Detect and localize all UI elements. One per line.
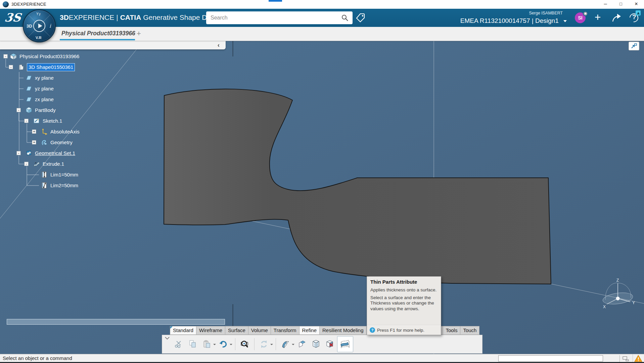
tree-horizontal-scrollbar[interactable] (7, 319, 225, 325)
status-bar: Select an object or a command (0, 354, 644, 363)
tree-row-3d-shape[interactable]: - 3D Shape01550361 (0, 63, 141, 72)
tree-label[interactable]: zx plane (35, 95, 54, 104)
tree-row-sketch[interactable]: - Sketch.1 (0, 117, 141, 125)
command-input[interactable] (498, 355, 603, 362)
tree-label-selected[interactable]: 3D Shape01550361 (27, 64, 75, 71)
warning-triangle-icon (634, 355, 642, 362)
search-icon[interactable] (341, 14, 349, 22)
new-tab-button[interactable]: + (137, 29, 141, 38)
collapse-panel-chevron[interactable]: ‹ (218, 42, 220, 48)
sketch-icon (33, 117, 40, 125)
tab-refine[interactable]: Refine (300, 326, 320, 335)
tab-touch[interactable]: Touch (460, 326, 479, 335)
compass-social-quadrant[interactable]: Yy (36, 12, 41, 16)
tab-volume[interactable]: Volume (248, 326, 271, 335)
tree-row-physical-product[interactable]: - Physical Product03193966 (0, 52, 141, 61)
window-titlebar: 3DEXPERIENCE ─ □ ✕ (0, 0, 644, 9)
tab-tools[interactable]: Tools (443, 326, 460, 335)
update-dropdown-caret[interactable] (270, 344, 273, 347)
standard-toolbar (162, 335, 482, 354)
expand-box[interactable]: - (16, 108, 21, 112)
tooltip-title: Thin Parts Attribute (367, 277, 441, 285)
tab-transform[interactable]: Transform (271, 326, 300, 335)
axis-y-label: Y (632, 300, 635, 305)
warning-button[interactable] (633, 354, 644, 362)
tab-wireframe[interactable]: Wireframe (196, 326, 225, 335)
zoom-area-icon (240, 339, 249, 349)
tree-row-xy-plane[interactable]: xy plane (0, 74, 141, 82)
zoom-area-button[interactable] (238, 336, 252, 352)
limit-icon (41, 171, 48, 178)
tab-standard[interactable]: Standard (170, 326, 196, 335)
tree-label[interactable]: Physical Product03193966 (19, 52, 79, 61)
tree-label[interactable]: xy plane (35, 74, 54, 82)
tag-icon[interactable] (356, 13, 366, 24)
tenant-label: EMEA R1132100014757 (460, 17, 530, 24)
expand-box[interactable]: - (9, 65, 13, 69)
sweep-surface-button[interactable] (278, 336, 292, 352)
expand-box[interactable]: + (32, 129, 36, 134)
panel-splitter[interactable] (232, 41, 233, 56)
expand-box[interactable]: - (24, 119, 29, 123)
tree-label[interactable]: Sketch.1 (43, 117, 62, 125)
maximize-button[interactable]: □ (613, 0, 629, 9)
undo-button[interactable] (216, 336, 230, 352)
unfold-button[interactable] (295, 336, 309, 352)
tree-label[interactable]: Lim1=50mm (50, 170, 78, 179)
heal-surface-button[interactable] (309, 336, 323, 352)
tree-label[interactable]: Lim2=50mm (50, 181, 78, 190)
copy-button[interactable] (186, 336, 200, 352)
tree-row-yz-plane[interactable]: yz plane (0, 84, 141, 93)
update-button[interactable] (257, 336, 271, 352)
add-content-button[interactable]: + (592, 12, 603, 23)
tab-surface[interactable]: Surface (225, 326, 248, 335)
paste-button[interactable] (200, 336, 214, 352)
thin-parts-attribute-button[interactable] (337, 336, 353, 352)
paste-dropdown-caret[interactable] (213, 344, 216, 347)
expand-box[interactable]: - (24, 162, 29, 166)
tenant-selector[interactable]: EMEA R1132100014757 | Design1 (430, 17, 567, 25)
plane-icon (25, 74, 33, 82)
compass-info-quadrant[interactable]: i (49, 23, 51, 29)
expand-box[interactable]: + (32, 140, 36, 145)
close-button[interactable]: ✕ (629, 0, 644, 9)
tree-label[interactable]: Geometrical Set.1 (35, 149, 75, 157)
tree-row-geometrical-set[interactable]: - Geometrical Set.1 (0, 149, 141, 158)
tree-label[interactable]: AbsoluteAxis (50, 127, 80, 136)
catia-3dexperience-window: 3DEXPERIENCE ─ □ ✕ 3S 3DEXPERIENCE|CATIA… (0, 0, 644, 363)
tree-label[interactable]: yz plane (35, 84, 54, 93)
top-notch (269, 0, 282, 2)
tree-label[interactable]: Geometry (50, 138, 73, 147)
compass-3d-quadrant[interactable]: 3D (27, 24, 32, 29)
experience-compass[interactable]: Yy 3D i V.R (23, 9, 56, 42)
tree-row-zx-plane[interactable]: zx plane (0, 95, 141, 104)
undo-dropdown-caret[interactable] (230, 344, 232, 347)
unfold-icon (297, 339, 307, 349)
delete-face-button[interactable] (323, 336, 337, 352)
tree-row-lim1[interactable]: Lim1=50mm (0, 170, 141, 179)
compass-vr-quadrant[interactable]: V.R (36, 36, 41, 40)
restore-viewport-button[interactable] (629, 42, 639, 50)
document-tab[interactable]: Physical Product03193966 (61, 30, 135, 37)
sweep-dropdown-caret[interactable] (292, 344, 294, 347)
collapse-toolbar-button[interactable] (164, 335, 171, 341)
compass-play-button[interactable] (33, 20, 45, 32)
shape3d-icon (17, 64, 25, 71)
help-button[interactable]: ? (629, 12, 640, 23)
tooltip-help-text: Press F1 for more help. (377, 328, 424, 333)
tree-row-extrude[interactable]: - Extrude.1 (0, 160, 141, 168)
tree-row-absoluteaxis[interactable]: + AbsoluteAxis (0, 127, 141, 136)
tree-label[interactable]: PartBody (35, 106, 56, 114)
share-icon[interactable] (612, 13, 622, 23)
tree-row-partbody[interactable]: - PartBody (0, 106, 141, 115)
cut-button[interactable] (172, 336, 186, 352)
expand-box[interactable]: - (3, 54, 8, 58)
tree-label[interactable]: Extrude.1 (43, 160, 64, 168)
window-list-button[interactable] (622, 356, 630, 362)
tree-row-geometry[interactable]: + Geometry (0, 138, 141, 147)
tab-resilient-modeling[interactable]: Resilient Modeling (320, 326, 367, 335)
tree-row-lim2[interactable]: Lim2=50mm (0, 181, 141, 190)
search-input[interactable] (206, 11, 337, 24)
expand-box[interactable]: - (16, 151, 21, 155)
minimize-button[interactable]: ─ (598, 0, 613, 9)
